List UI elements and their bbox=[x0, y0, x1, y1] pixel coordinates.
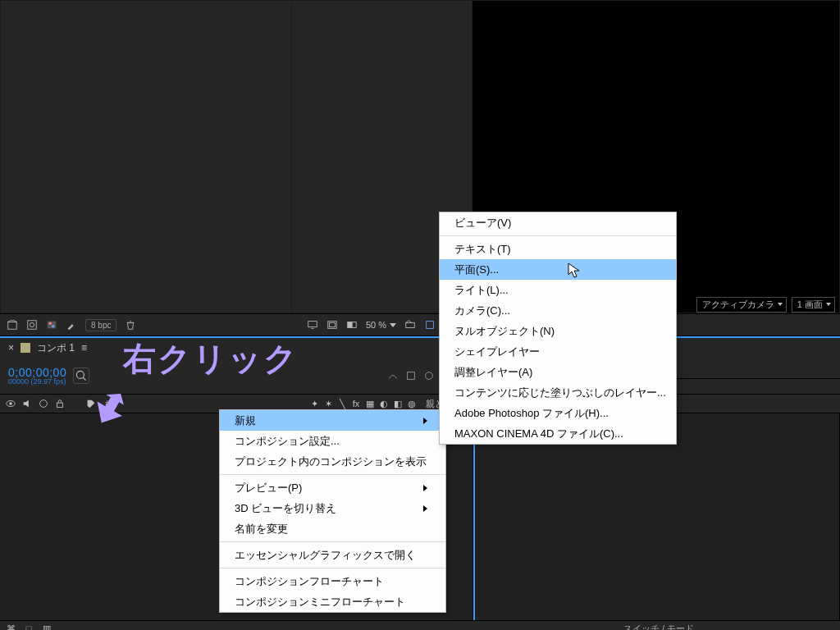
3d-col-icon[interactable]: ◍ bbox=[406, 398, 418, 409]
menu-item[interactable]: シェイプレイヤー bbox=[440, 341, 676, 362]
menu-item[interactable]: ライト(L)... bbox=[440, 280, 676, 300]
shy-col-icon[interactable]: ✦ bbox=[308, 398, 320, 409]
resolution-icon[interactable] bbox=[404, 319, 416, 331]
menu-item[interactable]: カメラ(C)... bbox=[440, 300, 676, 321]
toggle-switches-icon[interactable]: ⌘ bbox=[5, 623, 16, 630]
menu-item[interactable]: ヌルオブジェクト(N) bbox=[440, 321, 676, 341]
menu-item-label: 調整レイヤー(A) bbox=[454, 365, 532, 380]
switches-modes-toggle[interactable]: スイッチ / モード bbox=[477, 623, 840, 631]
svg-rect-9 bbox=[348, 322, 352, 328]
menu-item[interactable]: 新規 bbox=[220, 410, 445, 431]
menu-item[interactable]: コンポジション設定... bbox=[220, 431, 445, 451]
tab-menu[interactable]: ≡ bbox=[81, 342, 87, 354]
menu-separator bbox=[220, 541, 445, 542]
menu-item-label: 3D ビューを切り替え bbox=[235, 501, 336, 516]
tab-close-button[interactable]: × bbox=[8, 342, 14, 354]
menu-item[interactable]: コンテンツに応じた塗りつぶしのレイヤー... bbox=[440, 382, 676, 403]
project-panel[interactable] bbox=[0, 0, 292, 313]
solo-icon[interactable] bbox=[38, 398, 49, 409]
view-dropdown[interactable]: 1 画面 bbox=[792, 297, 835, 313]
menu-item-label: カメラ(C)... bbox=[454, 304, 510, 318]
menu-item[interactable]: プロジェクト内のコンポジションを表示 bbox=[220, 451, 445, 472]
fx-col-icon[interactable]: fx bbox=[350, 398, 362, 409]
shy-icon[interactable] bbox=[387, 370, 399, 381]
menu-item-label: MAXON CINEMA 4D ファイル(C)... bbox=[454, 427, 623, 441]
menu-item[interactable]: Adobe Photoshop ファイル(H)... bbox=[440, 403, 676, 423]
motionblur-col-icon[interactable]: ◐ bbox=[378, 398, 390, 409]
safezone-icon[interactable] bbox=[326, 319, 338, 331]
adjust-icon[interactable] bbox=[46, 319, 57, 331]
lock-icon[interactable] bbox=[54, 398, 66, 409]
motionblur-icon[interactable] bbox=[423, 370, 435, 381]
quality-col-icon[interactable]: ╲ bbox=[336, 398, 348, 409]
menu-item-label: Adobe Photoshop ファイル(H)... bbox=[454, 406, 609, 421]
menu-item[interactable]: 調整レイヤー(A) bbox=[440, 362, 676, 382]
frameblend-col-icon[interactable]: ▦ bbox=[364, 398, 376, 409]
zoom-dropdown[interactable]: 50 % bbox=[366, 320, 396, 330]
menu-item-label: コンポジションミニフローチャート bbox=[235, 595, 405, 609]
menu-item[interactable]: ビューア(V) bbox=[440, 212, 676, 233]
menu-item[interactable]: エッセンシャルグラフィックスで開く bbox=[220, 545, 445, 565]
trash-icon[interactable] bbox=[125, 319, 136, 331]
svg-rect-10 bbox=[352, 322, 356, 328]
timeline-search[interactable] bbox=[73, 368, 89, 384]
svg-point-13 bbox=[77, 371, 84, 378]
timeline-tabs: × コンポ 1 ≡ bbox=[0, 338, 840, 358]
ruler-tick: 08s bbox=[661, 379, 841, 394]
context-menu-main[interactable]: 新規コンポジション設定...プロジェクト内のコンポジションを表示プレビュー(P)… bbox=[219, 409, 446, 613]
menu-item-label: テキスト(T) bbox=[454, 242, 511, 257]
new-comp-icon[interactable] bbox=[26, 319, 38, 331]
menu-item[interactable]: プレビュー(P) bbox=[220, 477, 445, 498]
menu-item-label: エッセンシャルグラフィックスで開く bbox=[235, 548, 416, 563]
menu-item-label: 新規 bbox=[235, 413, 256, 428]
label-icon[interactable] bbox=[85, 398, 97, 409]
menu-item[interactable]: コンポジションミニフローチャート bbox=[220, 591, 445, 612]
toggle-pane-icon[interactable]: ▥ bbox=[41, 623, 52, 630]
chevron-down-icon bbox=[390, 323, 396, 327]
svg-point-4 bbox=[49, 322, 52, 326]
menu-item-label: 名前を変更 bbox=[235, 522, 288, 536]
submenu-arrow-icon bbox=[423, 505, 427, 512]
svg-rect-8 bbox=[330, 322, 336, 326]
menu-item[interactable]: コンポジションフローチャート bbox=[220, 571, 445, 591]
svg-rect-19 bbox=[57, 403, 63, 407]
menu-item-label: プロジェクト内のコンポジションを表示 bbox=[235, 454, 427, 469]
brush-icon[interactable] bbox=[66, 319, 77, 331]
monitor-icon[interactable] bbox=[307, 319, 318, 331]
frameblend-icon[interactable] bbox=[405, 370, 417, 381]
menu-item-label: ライト(L)... bbox=[454, 283, 509, 298]
menu-item[interactable]: 平面(S)... bbox=[440, 259, 676, 280]
bin-icon[interactable] bbox=[7, 319, 18, 331]
svg-rect-3 bbox=[48, 322, 57, 329]
menu-item[interactable]: 3D ビューを切り替え bbox=[220, 498, 445, 518]
svg-point-15 bbox=[426, 372, 433, 380]
adjust-col-icon[interactable]: ◧ bbox=[392, 398, 404, 409]
menu-item[interactable]: テキスト(T) bbox=[440, 239, 676, 259]
svg-rect-6 bbox=[308, 322, 317, 327]
timecode-frames: 00000 (29.97 fps) bbox=[8, 377, 66, 386]
audio-icon[interactable] bbox=[21, 398, 33, 409]
svg-point-17 bbox=[9, 402, 12, 405]
bpc-indicator[interactable]: 8 bpc bbox=[85, 319, 116, 331]
menu-item[interactable]: 名前を変更 bbox=[220, 518, 445, 539]
svg-rect-11 bbox=[406, 322, 415, 327]
switches: ✦ ✶ ╲ fx ▦ ◐ ◧ ◍ bbox=[308, 398, 418, 409]
menu-item-label: シェイプレイヤー bbox=[454, 345, 540, 359]
camera-dropdown[interactable]: アクティブカメラ bbox=[696, 297, 787, 313]
menu-item-label: コンテンツに応じた塗りつぶしのレイヤー... bbox=[454, 386, 666, 400]
menu-separator bbox=[220, 474, 445, 475]
menu-separator bbox=[220, 568, 445, 568]
mask-toggle-icon[interactable] bbox=[346, 319, 358, 331]
toggle-modes-icon[interactable]: □ bbox=[23, 623, 34, 630]
region-icon[interactable] bbox=[424, 319, 436, 331]
hash-icon[interactable]: # bbox=[102, 398, 113, 409]
svg-rect-14 bbox=[408, 372, 415, 380]
eye-icon[interactable] bbox=[5, 398, 16, 409]
tab-comp-name[interactable]: コンポ 1 bbox=[37, 341, 75, 355]
menu-item[interactable]: MAXON CINEMA 4D ファイル(C)... bbox=[440, 423, 676, 444]
collapse-col-icon[interactable]: ✶ bbox=[322, 398, 334, 409]
context-menu-new[interactable]: ビューア(V)テキスト(T)平面(S)...ライト(L)...カメラ(C)...… bbox=[439, 212, 677, 445]
menu-item-label: 平面(S)... bbox=[454, 262, 499, 277]
comp-icon bbox=[21, 343, 30, 353]
menu-item-label: プレビュー(P) bbox=[235, 481, 302, 495]
